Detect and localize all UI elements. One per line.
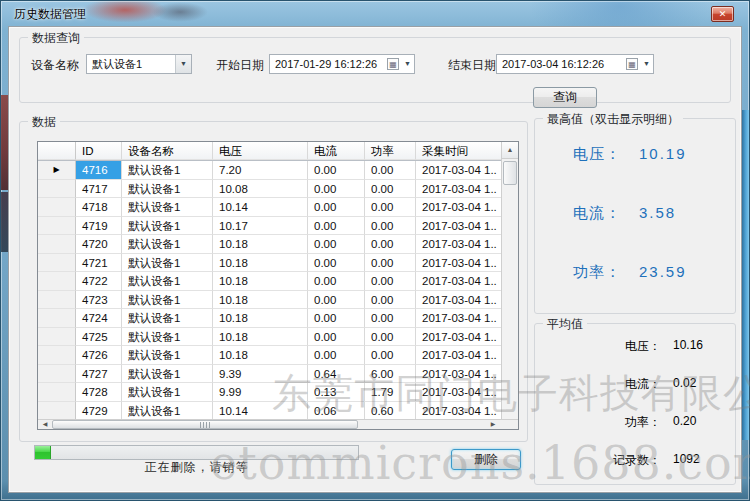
row-selector-cell[interactable] xyxy=(38,291,76,310)
cell-current[interactable]: 0.00 xyxy=(308,217,365,236)
cell-voltage[interactable]: 9.39 xyxy=(213,365,308,384)
data-grid[interactable]: ID 设备名称 电压 电流 功率 采集时间 ▶4716默认设备17.200.00… xyxy=(37,141,519,430)
cell-id[interactable]: 4718 xyxy=(76,198,122,217)
cell-power[interactable]: 0.00 xyxy=(365,346,416,365)
cell-voltage[interactable]: 10.14 xyxy=(213,402,308,421)
chevron-down-icon[interactable]: ▼ xyxy=(640,55,653,73)
cell-voltage[interactable]: 10.08 xyxy=(213,180,308,199)
row-selector-cell[interactable] xyxy=(38,254,76,273)
vertical-scrollbar[interactable]: ▲ xyxy=(501,142,518,419)
cell-power[interactable]: 0.60 xyxy=(365,402,416,421)
table-row[interactable]: 4720默认设备110.180.000.002017-03-04 1.. xyxy=(38,235,518,254)
cell-id[interactable]: 4725 xyxy=(76,328,122,347)
table-row[interactable]: 4717默认设备110.080.000.002017-03-04 1.. xyxy=(38,180,518,199)
start-date-picker[interactable]: 2017-01-29 16:12:26 ▦ ▼ xyxy=(269,54,415,74)
cell-current[interactable]: 0.00 xyxy=(308,309,365,328)
cell-current[interactable]: 0.00 xyxy=(308,272,365,291)
table-row[interactable]: 4728默认设备19.990.131.792017-03-04 1.. xyxy=(38,383,518,402)
cell-voltage[interactable]: 7.20 xyxy=(213,161,308,180)
end-date-picker[interactable]: 2017-03-04 16:12:26 ▦ ▼ xyxy=(496,54,654,74)
cell-device[interactable]: 默认设备1 xyxy=(122,254,213,273)
cell-id[interactable]: 4727 xyxy=(76,365,122,384)
cell-device[interactable]: 默认设备1 xyxy=(122,328,213,347)
cell-voltage[interactable]: 10.17 xyxy=(213,217,308,236)
row-selector-cell[interactable] xyxy=(38,365,76,384)
cell-voltage[interactable]: 10.18 xyxy=(213,254,308,273)
cell-device[interactable]: 默认设备1 xyxy=(122,198,213,217)
cell-time[interactable]: 2017-03-04 1.. xyxy=(416,254,503,273)
cell-time[interactable]: 2017-03-04 1.. xyxy=(416,402,503,421)
scroll-right-icon[interactable]: ▶ xyxy=(486,420,500,429)
cell-current[interactable]: 0.00 xyxy=(308,254,365,273)
cell-voltage[interactable]: 10.18 xyxy=(213,309,308,328)
cell-id[interactable]: 4723 xyxy=(76,291,122,310)
cell-device[interactable]: 默认设备1 xyxy=(122,235,213,254)
column-header-id[interactable]: ID xyxy=(76,142,122,160)
cell-power[interactable]: 1.79 xyxy=(365,383,416,402)
cell-current[interactable]: 0.00 xyxy=(308,346,365,365)
cell-current[interactable]: 0.64 xyxy=(308,365,365,384)
cell-time[interactable]: 2017-03-04 1.. xyxy=(416,180,503,199)
cell-time[interactable]: 2017-03-04 1.. xyxy=(416,328,503,347)
cell-time[interactable]: 2017-03-04 1.. xyxy=(416,235,503,254)
cell-power[interactable]: 0.00 xyxy=(365,161,416,180)
row-selector-cell[interactable] xyxy=(38,235,76,254)
cell-id[interactable]: 4717 xyxy=(76,180,122,199)
horizontal-scrollbar-thumb[interactable] xyxy=(52,420,358,429)
cell-id[interactable]: 4721 xyxy=(76,254,122,273)
calendar-icon[interactable]: ▦ xyxy=(387,58,399,70)
table-row[interactable]: 4719默认设备110.170.000.002017-03-04 1.. xyxy=(38,217,518,236)
row-selector-cell[interactable] xyxy=(38,328,76,347)
cell-current[interactable]: 0.00 xyxy=(308,180,365,199)
table-row[interactable]: 4726默认设备110.180.000.002017-03-04 1.. xyxy=(38,346,518,365)
cell-voltage[interactable]: 10.18 xyxy=(213,328,308,347)
column-header-device[interactable]: 设备名称 xyxy=(122,142,213,160)
cell-id[interactable]: 4724 xyxy=(76,309,122,328)
title-bar[interactable]: 历史数据管理 ✕ xyxy=(0,0,750,26)
scroll-up-icon[interactable]: ▲ xyxy=(502,142,518,159)
cell-power[interactable]: 0.00 xyxy=(365,254,416,273)
row-selector-cell[interactable] xyxy=(38,346,76,365)
query-button[interactable]: 查询 xyxy=(533,87,597,108)
table-row[interactable]: 4724默认设备110.180.000.002017-03-04 1.. xyxy=(38,309,518,328)
cell-time[interactable]: 2017-03-04 1.. xyxy=(416,309,503,328)
device-name-combobox[interactable]: 默认设备1 ▼ xyxy=(86,54,192,74)
cell-device[interactable]: 默认设备1 xyxy=(122,272,213,291)
cell-voltage[interactable]: 10.18 xyxy=(213,235,308,254)
row-selector-cell[interactable] xyxy=(38,198,76,217)
cell-device[interactable]: 默认设备1 xyxy=(122,217,213,236)
close-button[interactable]: ✕ xyxy=(711,6,734,22)
cell-voltage[interactable]: 9.99 xyxy=(213,383,308,402)
cell-device[interactable]: 默认设备1 xyxy=(122,346,213,365)
cell-current[interactable]: 0.00 xyxy=(308,328,365,347)
cell-time[interactable]: 2017-03-04 1.. xyxy=(416,217,503,236)
cell-power[interactable]: 0.00 xyxy=(365,180,416,199)
cell-power[interactable]: 0.00 xyxy=(365,328,416,347)
cell-time[interactable]: 2017-03-04 1.. xyxy=(416,272,503,291)
column-header-current[interactable]: 电流 xyxy=(308,142,365,160)
cell-id[interactable]: 4728 xyxy=(76,383,122,402)
max-values-groupbox[interactable]: 最高值（双击显示明细） 电压： 10.19 电流： 3.58 功率： 23.59 xyxy=(534,118,736,314)
cell-voltage[interactable]: 10.14 xyxy=(213,198,308,217)
cell-id[interactable]: 4726 xyxy=(76,346,122,365)
cell-current[interactable]: 0.00 xyxy=(308,235,365,254)
table-row[interactable]: 4725默认设备110.180.000.002017-03-04 1.. xyxy=(38,328,518,347)
cell-time[interactable]: 2017-03-04 1.. xyxy=(416,346,503,365)
column-header-voltage[interactable]: 电压 xyxy=(213,142,308,160)
cell-device[interactable]: 默认设备1 xyxy=(122,309,213,328)
cell-power[interactable]: 0.00 xyxy=(365,309,416,328)
calendar-icon[interactable]: ▦ xyxy=(626,58,638,70)
cell-current[interactable]: 0.00 xyxy=(308,161,365,180)
table-row[interactable]: 4727默认设备19.390.646.002017-03-04 1.. xyxy=(38,365,518,384)
cell-current[interactable]: 0.00 xyxy=(308,291,365,310)
cell-power[interactable]: 0.00 xyxy=(365,291,416,310)
cell-time[interactable]: 2017-03-04 1.. xyxy=(416,383,503,402)
cell-time[interactable]: 2017-03-04 1.. xyxy=(416,365,503,384)
cell-device[interactable]: 默认设备1 xyxy=(122,402,213,421)
cell-device[interactable]: 默认设备1 xyxy=(122,161,213,180)
cell-id[interactable]: 4716 xyxy=(76,161,122,180)
row-selector-cell[interactable] xyxy=(38,309,76,328)
row-selector-cell[interactable] xyxy=(38,217,76,236)
cell-power[interactable]: 0.00 xyxy=(365,235,416,254)
cell-device[interactable]: 默认设备1 xyxy=(122,365,213,384)
